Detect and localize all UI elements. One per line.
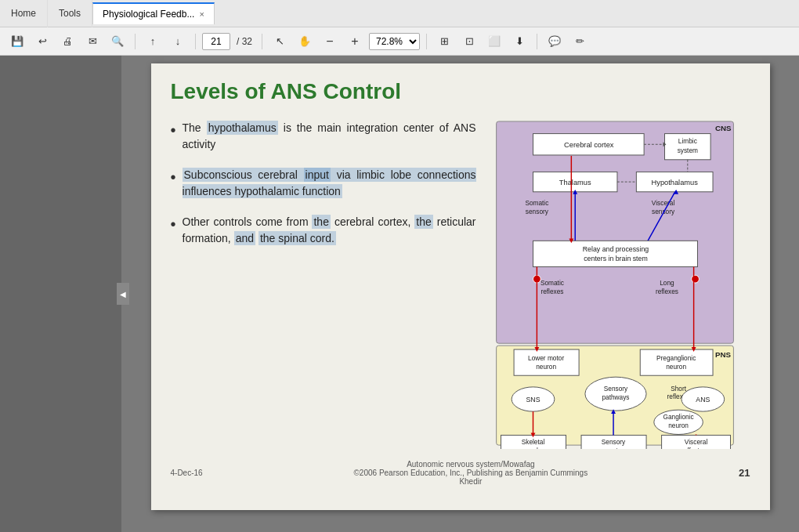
highlight-and: and bbox=[234, 231, 255, 245]
bullet-text-1: The hypothalamus is the main integration… bbox=[183, 120, 476, 153]
cns-label: CNS bbox=[714, 124, 731, 132]
sensory-pathways-label1: Sensory bbox=[603, 385, 627, 393]
lower-motor-label2: neuron bbox=[536, 363, 556, 371]
tab-active[interactable]: Physiological Feedb... × bbox=[92, 2, 215, 24]
pan-tool-button[interactable]: ✋ bbox=[294, 31, 316, 52]
slide-body: • The hypothalamus is the main integrati… bbox=[171, 120, 750, 452]
relay-label2: centers in brain stem bbox=[584, 255, 648, 262]
sep4 bbox=[426, 34, 427, 49]
bullet-dot-1: • bbox=[171, 120, 176, 140]
diagram-area: CNS Cerebral cortex Limbic system bbox=[492, 120, 750, 452]
long-reflexes-label2: reflexes bbox=[655, 288, 678, 295]
pns-label: PNS bbox=[714, 350, 731, 359]
back-button[interactable]: ↩ bbox=[31, 31, 53, 52]
sep2 bbox=[195, 34, 196, 49]
pen-button[interactable]: ✏ bbox=[569, 31, 591, 52]
limbic-system-label: system bbox=[677, 147, 697, 154]
bullet-3: • Other controls come from the cerebral … bbox=[171, 214, 476, 247]
page-down-button[interactable]: ↓ bbox=[167, 31, 189, 52]
ganglionic-label2: neuron bbox=[668, 422, 689, 429]
ans-diagram: CNS Cerebral cortex Limbic system bbox=[492, 120, 739, 449]
slide-text: • The hypothalamus is the main integrati… bbox=[171, 120, 476, 452]
tab-label: Physiological Feedb... bbox=[103, 9, 194, 20]
tab-tools[interactable]: Tools bbox=[48, 0, 92, 27]
preganglionic-label2: neuron bbox=[666, 363, 686, 371]
slide-footer: 4-Dec-16 Autonomic nervous system/Mowafa… bbox=[171, 460, 750, 486]
highlight-the3: the spinal cord. bbox=[258, 231, 336, 245]
page-total: / 32 bbox=[237, 36, 252, 47]
somatic-reflexes-label2: reflexes bbox=[540, 288, 563, 295]
visceral-effectors-label1: Visceral bbox=[684, 438, 707, 446]
sep1 bbox=[135, 34, 136, 49]
sensory-receptors-label2: receptors bbox=[599, 447, 627, 449]
visceral-effectors-label2: effectors bbox=[683, 447, 708, 449]
sensory-pathways-label2: pathways bbox=[602, 393, 629, 401]
bullet-text-3: Other controls come from the cerebral co… bbox=[183, 214, 476, 247]
somatic-reflexes-label: Somatic bbox=[540, 279, 563, 287]
sensory-receptors-label1: Sensory bbox=[601, 438, 625, 446]
bullet-2: • Subconscious cerebral input via limbic… bbox=[171, 167, 476, 200]
visceral-sensory-label: Visceral bbox=[651, 199, 674, 207]
page-up-button[interactable]: ↑ bbox=[142, 31, 164, 52]
svg-point-17 bbox=[691, 275, 699, 283]
snap-button[interactable]: ⊡ bbox=[458, 31, 480, 52]
bullet-dot-2: • bbox=[171, 167, 176, 187]
zoom-out-button[interactable]: − bbox=[319, 31, 341, 52]
bullet-dot-3: • bbox=[171, 214, 176, 234]
sep3 bbox=[262, 34, 262, 49]
highlight-the: the bbox=[312, 215, 330, 229]
mail-button[interactable]: ✉ bbox=[81, 31, 103, 52]
hypothalamus-label: Hypothalamus bbox=[651, 179, 698, 186]
long-reflexes-label: Long bbox=[660, 279, 674, 287]
limbic-label: Limbic bbox=[678, 137, 696, 145]
highlight-the2: the bbox=[414, 215, 432, 229]
slide-date: 4-Dec-16 bbox=[171, 469, 203, 477]
select-tool-button[interactable]: ↖ bbox=[269, 31, 291, 52]
relay-label1: Relay and processing bbox=[582, 245, 649, 253]
pdf-area: Levels of ANS Control • The hypothalamus… bbox=[121, 56, 799, 532]
tab-home[interactable]: Home bbox=[0, 0, 48, 27]
highlight-subconscious: Subconscious cerebral input via limbic l… bbox=[183, 168, 476, 198]
save-button[interactable]: 💾 bbox=[6, 31, 28, 52]
main-area: ◀ Levels of ANS Control • The hypothalam… bbox=[0, 56, 799, 532]
ans-label: ANS bbox=[696, 396, 710, 404]
slide-source: Autonomic nervous system/Mowafag ©2006 P… bbox=[354, 460, 588, 486]
preganglionic-label1: Preganglionic bbox=[656, 354, 696, 362]
search-button[interactable]: 🔍 bbox=[107, 31, 128, 52]
lower-motor-label1: Lower motor bbox=[528, 354, 564, 362]
somatic-sensory-label2: sensory bbox=[525, 208, 548, 215]
comment-button[interactable]: 💬 bbox=[544, 31, 566, 52]
sidebar-left: ◀ bbox=[0, 56, 121, 532]
zoom-select[interactable]: 72.8% 50% 100% 150% bbox=[369, 33, 420, 50]
toolbar: 💾 ↩ 🖨 ✉ 🔍 ↑ ↓ / 32 ↖ ✋ − + 72.8% 50% 100… bbox=[0, 27, 799, 56]
print-button[interactable]: 🖨 bbox=[56, 31, 78, 52]
skeletal-muscles-label2: muscles bbox=[521, 447, 544, 449]
cerebral-cortex-label: Cerebral cortex bbox=[564, 141, 614, 149]
highlight-input: input bbox=[304, 168, 331, 182]
short-reflexes-label: Short bbox=[671, 385, 687, 393]
bullet-1: • The hypothalamus is the main integrati… bbox=[171, 120, 476, 153]
slide-page-num: 21 bbox=[739, 467, 750, 479]
export-button[interactable]: ⬇ bbox=[508, 31, 530, 52]
zoom-in-button[interactable]: + bbox=[344, 31, 366, 52]
skeletal-muscles-label1: Skeletal bbox=[521, 438, 544, 446]
sns-label: SNS bbox=[526, 396, 540, 404]
sidebar-toggle[interactable]: ◀ bbox=[117, 283, 129, 305]
tab-close-btn[interactable]: × bbox=[199, 9, 204, 19]
highlight-hypothalamus: hypothalamus bbox=[207, 121, 278, 135]
fullscreen-button[interactable]: ⬜ bbox=[483, 31, 505, 52]
bullet-text-2: Subconscious cerebral input via limbic l… bbox=[183, 167, 476, 200]
slide: Levels of ANS Control • The hypothalamus… bbox=[151, 63, 770, 510]
ganglionic-label1: Ganglionic bbox=[663, 413, 693, 421]
slide-title: Levels of ANS Control bbox=[171, 79, 750, 104]
fit-page-button[interactable]: ⊞ bbox=[433, 31, 455, 52]
browser-chrome: Home Tools Physiological Feedb... × bbox=[0, 0, 799, 27]
somatic-sensory-label: Somatic bbox=[525, 199, 548, 207]
page-number-input[interactable] bbox=[202, 33, 230, 50]
sep5 bbox=[537, 34, 537, 49]
thalamus-label: Thalamus bbox=[559, 179, 591, 186]
